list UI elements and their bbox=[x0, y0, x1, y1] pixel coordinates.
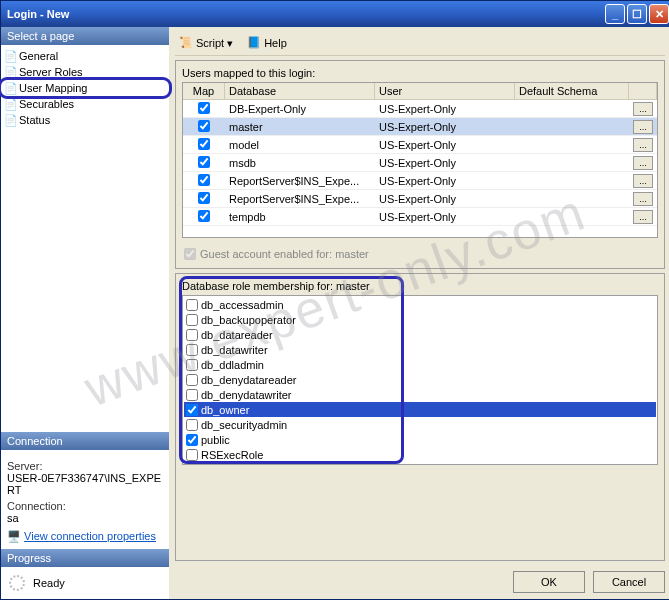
sidebar-item-label: Status bbox=[19, 114, 50, 126]
cell-database: master bbox=[225, 120, 375, 134]
role-checkbox[interactable] bbox=[186, 404, 198, 416]
cell-user: US-Expert-Only bbox=[375, 174, 515, 188]
roles-panel: Database role membership for: master db_… bbox=[175, 273, 665, 561]
sidebar-item-server-roles[interactable]: 📄Server Roles bbox=[1, 64, 169, 80]
page-list: 📄General 📄Server Roles 📄User Mapping 📄Se… bbox=[1, 45, 169, 131]
role-checkbox[interactable] bbox=[186, 344, 198, 356]
table-row[interactable]: modelUS-Expert-Only... bbox=[183, 136, 657, 154]
role-label: db_denydatawriter bbox=[201, 389, 292, 401]
mapping-grid[interactable]: Map Database User Default Schema DB-Expe… bbox=[182, 82, 658, 238]
cell-schema bbox=[515, 216, 629, 218]
sidebar-item-user-mapping[interactable]: 📄User Mapping bbox=[1, 80, 169, 96]
cell-database: model bbox=[225, 138, 375, 152]
role-checkbox[interactable] bbox=[186, 419, 198, 431]
role-item[interactable]: db_ddladmin bbox=[184, 357, 656, 372]
main-panel: 📜Script ▾ 📘Help Users mapped to this log… bbox=[169, 27, 669, 599]
connection-value: sa bbox=[7, 512, 163, 524]
user-mapping-panel: Users mapped to this login: Map Database… bbox=[175, 60, 665, 269]
header-user[interactable]: User bbox=[375, 83, 515, 99]
view-connection-properties-link[interactable]: View connection properties bbox=[24, 530, 156, 542]
map-checkbox[interactable] bbox=[198, 174, 210, 186]
schema-browse-button[interactable]: ... bbox=[633, 156, 653, 170]
role-item[interactable]: db_denydatawriter bbox=[184, 387, 656, 402]
role-item[interactable]: db_securityadmin bbox=[184, 417, 656, 432]
schema-browse-button[interactable]: ... bbox=[633, 120, 653, 134]
map-checkbox[interactable] bbox=[198, 120, 210, 132]
schema-browse-button[interactable]: ... bbox=[633, 174, 653, 188]
cell-user: US-Expert-Only bbox=[375, 210, 515, 224]
role-checkbox[interactable] bbox=[186, 359, 198, 371]
maximize-button[interactable]: ☐ bbox=[627, 4, 647, 24]
schema-browse-button[interactable]: ... bbox=[633, 138, 653, 152]
role-checkbox[interactable] bbox=[186, 329, 198, 341]
sidebar-item-label: User Mapping bbox=[19, 82, 87, 94]
role-item[interactable]: db_backupoperator bbox=[184, 312, 656, 327]
cancel-button[interactable]: Cancel bbox=[593, 571, 665, 593]
minimize-button[interactable]: _ bbox=[605, 4, 625, 24]
role-item[interactable]: db_datawriter bbox=[184, 342, 656, 357]
role-checkbox[interactable] bbox=[186, 434, 198, 446]
map-checkbox[interactable] bbox=[198, 156, 210, 168]
role-checkbox[interactable] bbox=[186, 389, 198, 401]
titlebar[interactable]: Login - New _ ☐ ✕ bbox=[1, 1, 669, 27]
role-item[interactable]: public bbox=[184, 432, 656, 447]
map-checkbox[interactable] bbox=[198, 138, 210, 150]
role-item[interactable]: db_denydatareader bbox=[184, 372, 656, 387]
table-row[interactable]: ReportServer$INS_Expe...US-Expert-Only..… bbox=[183, 190, 657, 208]
role-checkbox[interactable] bbox=[186, 299, 198, 311]
role-item[interactable]: db_accessadmin bbox=[184, 297, 656, 312]
window-title: Login - New bbox=[7, 8, 605, 20]
login-window: Login - New _ ☐ ✕ Select a page 📄General… bbox=[0, 0, 669, 600]
role-label: db_owner bbox=[201, 404, 249, 416]
script-button[interactable]: 📜Script ▾ bbox=[175, 34, 237, 52]
sidebar-item-status[interactable]: 📄Status bbox=[1, 112, 169, 128]
toolbar: 📜Script ▾ 📘Help bbox=[175, 31, 665, 56]
page-icon: 📄 bbox=[4, 50, 16, 62]
connection-label: Connection: bbox=[7, 500, 163, 512]
cell-schema bbox=[515, 108, 629, 110]
cell-database: DB-Expert-Only bbox=[225, 102, 375, 116]
header-map[interactable]: Map bbox=[183, 83, 225, 99]
cell-schema bbox=[515, 126, 629, 128]
cell-database: msdb bbox=[225, 156, 375, 170]
schema-browse-button[interactable]: ... bbox=[633, 192, 653, 206]
grid-header: Map Database User Default Schema bbox=[183, 83, 657, 100]
cell-user: US-Expert-Only bbox=[375, 138, 515, 152]
map-checkbox[interactable] bbox=[198, 210, 210, 222]
role-checkbox[interactable] bbox=[186, 449, 198, 461]
help-button[interactable]: 📘Help bbox=[243, 34, 291, 52]
role-item[interactable]: db_datareader bbox=[184, 327, 656, 342]
table-row[interactable]: msdbUS-Expert-Only... bbox=[183, 154, 657, 172]
ok-button[interactable]: OK bbox=[513, 571, 585, 593]
table-row[interactable]: masterUS-Expert-Only... bbox=[183, 118, 657, 136]
guest-checkbox bbox=[184, 248, 196, 260]
role-checkbox[interactable] bbox=[186, 314, 198, 326]
table-row[interactable]: ReportServer$INS_Expe...US-Expert-Only..… bbox=[183, 172, 657, 190]
header-database[interactable]: Database bbox=[225, 83, 375, 99]
map-checkbox[interactable] bbox=[198, 102, 210, 114]
sidebar: Select a page 📄General 📄Server Roles 📄Us… bbox=[1, 27, 169, 599]
roles-list[interactable]: db_accessadmindb_backupoperatordb_datare… bbox=[182, 295, 658, 465]
close-button[interactable]: ✕ bbox=[649, 4, 669, 24]
server-icon: 🖥️ bbox=[7, 530, 21, 542]
page-icon: 📄 bbox=[4, 82, 16, 94]
cell-schema bbox=[515, 198, 629, 200]
header-schema[interactable]: Default Schema bbox=[515, 83, 629, 99]
cell-database: ReportServer$INS_Expe... bbox=[225, 174, 375, 188]
role-label: db_ddladmin bbox=[201, 359, 264, 371]
connection-box: Server: USER-0E7F336747\INS_EXPERT Conne… bbox=[1, 450, 169, 549]
map-checkbox[interactable] bbox=[198, 192, 210, 204]
page-icon: 📄 bbox=[4, 114, 16, 126]
role-checkbox[interactable] bbox=[186, 374, 198, 386]
schema-browse-button[interactable]: ... bbox=[633, 210, 653, 224]
server-label: Server: bbox=[7, 460, 163, 472]
table-row[interactable]: DB-Expert-OnlyUS-Expert-Only... bbox=[183, 100, 657, 118]
guest-account-checkbox: Guest account enabled for: master bbox=[184, 248, 656, 260]
table-row[interactable]: tempdbUS-Expert-Only... bbox=[183, 208, 657, 226]
role-item[interactable]: db_owner bbox=[184, 402, 656, 417]
server-value: USER-0E7F336747\INS_EXPERT bbox=[7, 472, 163, 496]
sidebar-item-general[interactable]: 📄General bbox=[1, 48, 169, 64]
schema-browse-button[interactable]: ... bbox=[633, 102, 653, 116]
sidebar-item-securables[interactable]: 📄Securables bbox=[1, 96, 169, 112]
role-item[interactable]: RSExecRole bbox=[184, 447, 656, 462]
